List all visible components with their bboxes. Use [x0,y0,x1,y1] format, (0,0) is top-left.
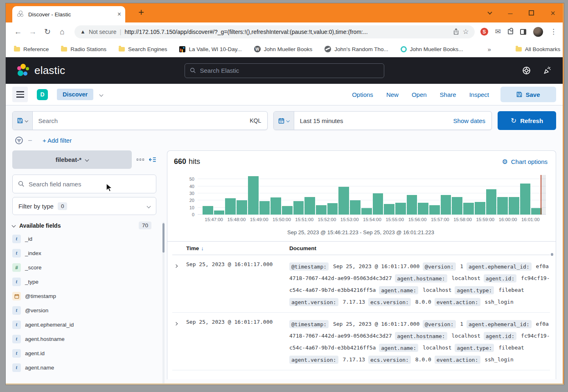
field-list-item[interactable]: t@version [12,303,156,318]
reload-icon[interactable]: ↻ [41,25,54,38]
extension-s-icon[interactable]: S [480,28,488,36]
available-fields-header[interactable]: Available fields 70 [12,222,151,229]
security-label[interactable]: Not secure [89,29,117,35]
histogram-bar[interactable] [395,203,406,215]
histogram-bar[interactable] [350,200,361,215]
histogram-bar[interactable] [293,201,304,215]
tab-search-chevron-icon[interactable] [488,10,492,14]
collapse-sidebar-icon[interactable] [149,156,156,163]
index-pattern-options-icon[interactable] [137,159,144,161]
histogram-bar[interactable] [441,195,451,215]
options-link[interactable]: Options [352,91,373,98]
field-list-item[interactable]: t_index [12,246,156,260]
field-list-item[interactable]: t_type [12,275,156,289]
histogram-bar[interactable] [497,197,508,215]
space-badge[interactable]: D [37,89,48,100]
elastic-logo[interactable] [16,64,30,78]
back-icon[interactable]: ← [11,25,25,38]
side-panel-icon[interactable] [520,29,526,35]
browser-tab[interactable]: Discover - Elastic × [12,6,125,22]
bookmark-star-icon[interactable]: ☆ [463,27,469,36]
time-column-header[interactable]: Time ↓ [186,245,289,251]
index-pattern-select[interactable]: filebeat-* [12,150,132,169]
histogram-chart[interactable]: 01020304050 15:47:0015:48:0015:49:0015:5… [183,175,548,226]
add-filter-link[interactable]: + Add filter [43,137,72,144]
histogram-bar[interactable] [407,195,417,215]
field-list-item[interactable]: tagent.ephemeral_id [12,318,156,332]
breadcrumb-discover[interactable]: Discover [57,89,93,100]
histogram-bar[interactable] [463,203,474,215]
bookmark-item[interactable]: Search Engines [119,46,167,52]
newsfeed-icon[interactable] [543,66,552,75]
sidebar-scrollbar-thumb[interactable] [162,223,165,253]
share-icon[interactable] [453,28,460,35]
save-button[interactable]: Save [500,87,556,102]
address-bar[interactable]: ▲ Not secure | http://172.105.7.150/app/… [74,25,475,38]
all-bookmarks-button[interactable]: All Bookmarks [516,46,560,52]
histogram-bar[interactable] [270,197,281,215]
filter-icon[interactable] [15,136,23,145]
field-list-item[interactable]: #_score [12,260,156,275]
histogram-bar[interactable] [316,205,327,215]
help-icon[interactable] [522,66,531,75]
bookmark-item[interactable]: John's Random Tho... [325,46,388,52]
breadcrumb-chevron-icon[interactable] [99,92,104,96]
field-list-item[interactable]: t_id [12,232,156,246]
histogram-bar[interactable] [418,203,428,215]
table-scrollbar-thumb[interactable] [551,253,553,256]
close-window-button[interactable]: × [550,9,555,17]
time-range-value[interactable]: Last 15 minutes [294,117,453,124]
histogram-bar[interactable] [429,205,440,215]
histogram-bar[interactable] [509,197,519,215]
expand-row-icon[interactable] [172,318,186,365]
extensions-puzzle-icon[interactable] [508,29,513,34]
histogram-bar[interactable] [282,206,293,215]
bookmark-item[interactable]: La Valle, WI 10-Day... [179,46,241,52]
bookmark-item[interactable]: John Mueller Books... [401,46,463,52]
date-quick-menu-button[interactable] [274,112,294,130]
histogram-bar[interactable] [237,200,247,215]
histogram-bar[interactable] [452,197,462,215]
chart-options-button[interactable]: ⚙ Chart options [502,158,548,166]
new-link[interactable]: New [386,91,399,98]
share-link[interactable]: Share [440,91,456,98]
refresh-button[interactable]: ↻ Refresh [498,111,556,130]
histogram-bar[interactable] [304,197,315,215]
field-list-item[interactable]: tagent.hostname [12,332,156,346]
global-search-input[interactable]: Search Elastic [185,63,384,78]
histogram-bar[interactable] [361,208,372,215]
histogram-bar[interactable] [259,201,270,215]
histogram-bar[interactable] [248,176,259,215]
histogram-bar[interactable] [214,211,225,215]
tab-close-icon[interactable]: × [117,11,121,18]
maximize-button[interactable] [529,10,534,16]
histogram-bar[interactable] [475,202,485,215]
kql-search-input[interactable]: Search [33,117,244,124]
expand-row-icon[interactable] [172,260,186,308]
histogram-bar[interactable] [486,189,497,215]
field-search-input[interactable]: Search field names [12,175,156,193]
query-language-badge[interactable]: KQL [243,117,267,124]
mail-extension-icon[interactable]: ✉ [495,27,501,36]
inspect-link[interactable]: Inspect [469,91,489,98]
histogram-bar[interactable] [384,204,394,215]
forward-icon[interactable]: → [26,25,39,38]
field-list-item[interactable]: tagent.id [12,346,156,361]
bookmark-item[interactable]: Reference [14,46,49,52]
bookmarks-overflow-icon[interactable]: » [488,46,491,53]
histogram-bar[interactable] [338,187,349,215]
histogram-bar[interactable] [203,206,213,215]
histogram-bar[interactable] [225,198,236,215]
show-dates-link[interactable]: Show dates [453,117,491,124]
bookmark-item[interactable]: Radio Stations [61,46,106,52]
bookmark-item[interactable]: WJohn Mueller Books [254,46,313,52]
field-list-item[interactable]: tagent.name [12,361,156,375]
histogram-bar[interactable] [520,184,531,215]
histogram-bar[interactable] [373,193,383,215]
histogram-bar[interactable] [327,203,338,215]
menu-hamburger-icon[interactable] [12,87,28,102]
saved-query-menu-button[interactable] [13,112,33,130]
browser-menu-icon[interactable]: ⋮ [550,27,557,36]
field-list-item[interactable]: @timestamp [12,289,156,303]
profile-avatar[interactable] [533,27,543,37]
